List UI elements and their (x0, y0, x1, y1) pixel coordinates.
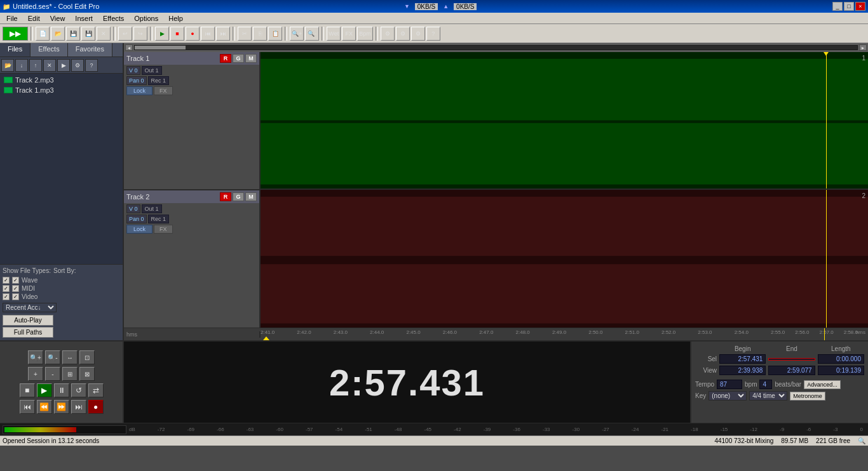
rewind-start-btn[interactable]: ⏮ (20, 400, 35, 414)
pause-btn[interactable]: ⏸ (54, 383, 69, 397)
cb-wave-checked2[interactable] (12, 277, 19, 284)
toolbar-zoom-out[interactable]: 🔍- (305, 27, 319, 41)
toolbar-ff[interactable]: ⏭ (216, 27, 230, 41)
zoom-in-btn[interactable]: 🔍+ (28, 350, 43, 364)
left-tool-import[interactable]: ↓ (15, 59, 28, 72)
metronome-btn[interactable]: Metronome (790, 392, 825, 401)
toolbar-stop[interactable]: ■ (170, 27, 184, 41)
zoom-fit-btn[interactable]: ⊡ (79, 350, 95, 364)
toolbar-bpm[interactable]: Bpm (357, 27, 373, 41)
auto-play-button[interactable]: Auto-Play (3, 315, 53, 326)
scroll-thumb[interactable] (135, 46, 186, 50)
menu-edit[interactable]: Edit (23, 14, 45, 23)
horizontal-scrollbar[interactable]: ◄ ► (124, 43, 868, 52)
left-tool-play[interactable]: ▶ (57, 59, 70, 72)
left-tool-help[interactable]: ? (85, 59, 98, 72)
toolbar-record[interactable]: ● (186, 27, 200, 41)
toolbar-play[interactable]: ▶ (155, 27, 169, 41)
scroll-right-btn[interactable]: ► (859, 44, 867, 51)
minimize-button[interactable]: _ (832, 2, 843, 11)
zoom-sel-btn[interactable]: ⊞ (62, 367, 78, 381)
toolbar-zoom-in[interactable]: 🔍+ (290, 27, 304, 41)
track1-btn-r[interactable]: R (220, 54, 231, 63)
track1-vol[interactable]: V 0 (126, 66, 140, 75)
toolbar-extra2[interactable]: ⚙ (396, 27, 410, 41)
maximize-button[interactable]: □ (844, 2, 854, 11)
toolbar-cut[interactable]: ✂ (238, 27, 252, 41)
track2-btn-g[interactable]: G (233, 192, 244, 201)
repeat-btn[interactable]: ⇄ (88, 383, 104, 397)
track2-vol[interactable]: V 0 (126, 204, 140, 213)
scroll-track[interactable] (134, 45, 858, 50)
track1-waveform[interactable]: 1 (261, 52, 868, 190)
track2-fx[interactable]: FX (154, 225, 173, 234)
track1-btn-g[interactable]: G (233, 54, 244, 63)
file-item-track2[interactable]: Track 2.mp3 (1, 75, 121, 85)
zoom-in-v-btn[interactable]: + (28, 367, 43, 381)
track2-out[interactable]: Out 1 (142, 204, 162, 213)
track1-out[interactable]: Out 1 (142, 66, 162, 75)
close-button[interactable]: × (855, 2, 865, 11)
track2-lock[interactable]: Lock (126, 225, 153, 234)
window-controls[interactable]: _ □ × (832, 2, 865, 11)
tab-files[interactable]: Files (0, 43, 31, 56)
loop-btn[interactable]: ↺ (71, 383, 86, 397)
tab-effects[interactable]: Effects (31, 43, 67, 56)
toolbar-extra1[interactable]: ⚙ (381, 27, 395, 41)
stop-btn[interactable]: ■ (20, 383, 35, 397)
toolbar-open[interactable]: 📂 (51, 27, 65, 41)
file-item-track1[interactable]: Track 1.mp3 (1, 85, 121, 95)
menu-options[interactable]: Options (129, 14, 163, 23)
track1-lock[interactable]: Lock (126, 86, 153, 95)
cb-midi-checked[interactable] (3, 285, 10, 292)
toolbar-extra3[interactable]: ⚙ (411, 27, 425, 41)
tab-favorites[interactable]: Favorites (68, 43, 112, 56)
menu-effects[interactable]: Effects (98, 14, 129, 23)
scroll-left-btn[interactable]: ◄ (125, 44, 133, 51)
zoom-h-btn[interactable]: ↔ (62, 350, 78, 364)
menu-help[interactable]: Help (163, 14, 188, 23)
play-btn[interactable]: ▶ (37, 383, 52, 397)
track1-fx[interactable]: FX (154, 86, 173, 95)
toolbar-rewind[interactable]: ⏮ (201, 27, 215, 41)
menu-view[interactable]: View (45, 14, 71, 23)
toolbar-close[interactable]: ✕ (97, 27, 111, 41)
toolbar-save[interactable]: 💾 (66, 27, 80, 41)
record-btn[interactable]: ● (88, 400, 104, 414)
toolbar-play-green[interactable]: ▶▶ (3, 27, 28, 41)
menu-insert[interactable]: Insert (70, 14, 98, 23)
time-sig-select[interactable]: 4/4 time (749, 391, 787, 401)
zoom-reset-btn[interactable]: ⊠ (79, 367, 95, 381)
left-tool-export[interactable]: ↑ (29, 59, 42, 72)
forward-end-btn[interactable]: ⏭ (71, 400, 86, 414)
left-tool-open[interactable]: 📂 (1, 59, 14, 72)
key-select[interactable]: (none) (709, 391, 747, 401)
sort-select[interactable]: Recent Acc↓ (3, 303, 57, 312)
track1-rec[interactable]: Rec 1 (148, 76, 170, 85)
toolbar-help[interactable]: ? (426, 27, 440, 41)
toolbar-copy[interactable]: ⎘ (253, 27, 267, 41)
full-paths-button[interactable]: Full Paths (3, 327, 53, 338)
cb-video-checked2[interactable] (12, 293, 19, 300)
toolbar-redo[interactable]: ↪ (133, 27, 147, 41)
track1-btn-m[interactable]: M (245, 54, 257, 63)
rewind-btn[interactable]: ⏪ (37, 400, 52, 414)
left-tool-settings[interactable]: ⚙ (71, 59, 84, 72)
beats-num[interactable]: 4 (759, 380, 772, 389)
toolbar-new[interactable]: 📄 (36, 27, 50, 41)
cb-midi-checked2[interactable] (12, 285, 19, 292)
toolbar-wet[interactable]: Wet (327, 27, 341, 41)
track1-pan[interactable]: Pan 0 (126, 76, 147, 85)
advanced-btn[interactable]: Advanced... (804, 380, 841, 389)
toolbar-save2[interactable]: 💾 (81, 27, 95, 41)
track2-rec[interactable]: Rec 1 (148, 215, 170, 223)
sel-end-value[interactable] (768, 358, 815, 361)
cb-video-checked[interactable] (3, 293, 10, 300)
forward-btn[interactable]: ⏩ (54, 400, 69, 414)
track2-btn-m[interactable]: M (245, 192, 257, 201)
view-begin-value[interactable]: 2:39.938 (719, 366, 766, 375)
cb-wave-checked[interactable] (3, 277, 10, 284)
toolbar-undo[interactable]: ↩ (118, 27, 132, 41)
menu-file[interactable]: File (1, 14, 23, 23)
toolbar-fx[interactable]: FX (342, 27, 356, 41)
